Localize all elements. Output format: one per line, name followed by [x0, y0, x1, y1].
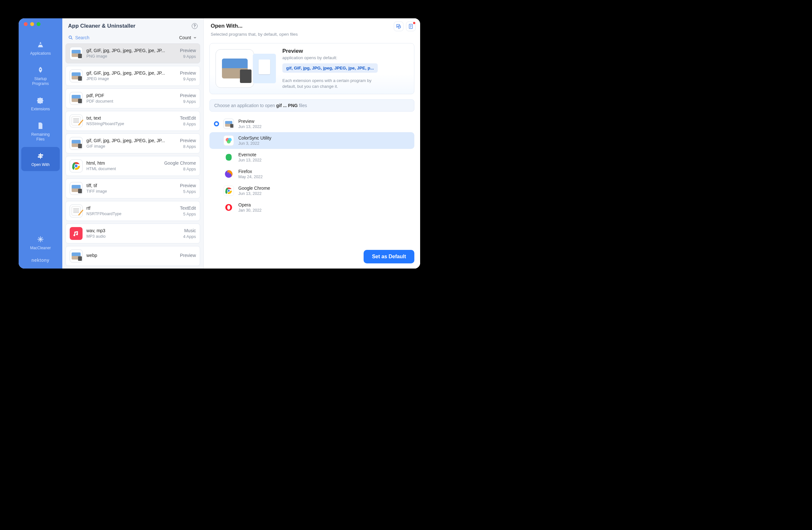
sidebar-item-remaining-files[interactable]: Remaining Files: [21, 117, 60, 146]
chat-icon: [396, 24, 402, 29]
firefox-icon: [223, 169, 234, 179]
app-count-label: 9 Apps: [180, 99, 196, 104]
app-name: Opera: [238, 202, 261, 207]
set-default-button[interactable]: Set as Default: [364, 250, 414, 263]
detail-header: Open With... Selected programs that, by …: [204, 18, 420, 39]
extensions-pill: gif, GIF, jpg, JPG, jpeg, JPEG, jpe, JPE…: [282, 64, 378, 73]
notification-dot: [413, 22, 415, 24]
preview-icon: [70, 250, 83, 262]
default-app-label: TextEdit: [180, 115, 196, 121]
card-subtitle: NSRTFPboardType: [86, 212, 173, 216]
card-right: Preview9 Apps: [180, 93, 196, 104]
card-right: Music4 Apps: [183, 228, 196, 239]
search-input[interactable]: [75, 35, 140, 40]
app-row[interactable]: ColorSync UtilityJun 3, 2022: [209, 132, 414, 149]
default-app-label: Preview: [180, 70, 196, 75]
app-window: Applications Startup Programs Extensions…: [19, 18, 420, 268]
card-right: Google Chrome8 Apps: [164, 161, 196, 171]
app-row[interactable]: EvernoteJun 13, 2022: [209, 149, 414, 166]
news-button[interactable]: [406, 22, 416, 31]
file-type-card[interactable]: gif, GIF, jpg, JPG, jpeg, JPEG, jpe, JP.…: [66, 43, 200, 64]
file-type-card[interactable]: rtfNSRTFPboardTypeTextEdit5 Apps: [66, 201, 200, 221]
maximize-window-button[interactable]: [37, 22, 41, 26]
search-icon: [68, 35, 73, 40]
sort-dropdown[interactable]: Count: [179, 35, 197, 40]
file-type-card[interactable]: webpPreview: [66, 246, 200, 266]
choose-prefix: Choose an application to open: [214, 103, 276, 108]
app-name: Firefox: [238, 169, 263, 174]
rocket-icon: [36, 66, 45, 74]
card-subtitle: PDF document: [86, 99, 173, 103]
document-icon: [408, 24, 414, 29]
sidebar-item-maccleaner[interactable]: MacCleaner: [29, 232, 52, 253]
file-type-card[interactable]: gif, GIF, jpg, JPG, jpeg, JPEG, jpe, JP.…: [66, 66, 200, 86]
file-type-list[interactable]: gif, GIF, jpg, JPG, jpeg, JPEG, jpe, JP.…: [62, 42, 203, 268]
card-main: gif, GIF, jpg, JPG, jpeg, JPEG, jpe, JP.…: [86, 138, 173, 149]
preview-icon: [70, 92, 83, 105]
app-date: May 24, 2022: [238, 175, 263, 179]
file-type-card[interactable]: gif, GIF, jpg, JPG, jpeg, JPEG, jpe, JP.…: [66, 134, 200, 153]
chat-button[interactable]: [394, 22, 403, 31]
search-field[interactable]: [68, 35, 140, 40]
file-type-card[interactable]: pdf, PDFPDF documentPreview9 Apps: [66, 88, 200, 108]
application-list[interactable]: PreviewJun 13, 2022ColorSync UtilityJun …: [204, 114, 419, 247]
card-right: Preview: [180, 253, 196, 259]
sort-label: Count: [179, 35, 191, 40]
card-right: TextEdit8 Apps: [180, 115, 196, 126]
sidebar-label: Open With: [31, 163, 50, 167]
card-main: tiff, tifTIFF image: [86, 183, 173, 194]
row-main: ColorSync UtilityJun 3, 2022: [238, 135, 272, 146]
app-name: ColorSync Utility: [238, 135, 272, 141]
sidebar-item-open-with[interactable]: Open With: [21, 147, 60, 171]
card-title: txt, text: [86, 115, 173, 121]
app-count-label: 4 Apps: [183, 234, 196, 239]
sidebar-label: Extensions: [31, 107, 50, 112]
file-type-card[interactable]: txt, textNSStringPboardTypeTextEdit8 App…: [66, 111, 200, 131]
card-right: Preview8 Apps: [180, 138, 196, 149]
detail-footer: Set as Default: [204, 247, 420, 268]
app-count-label: 8 Apps: [164, 167, 196, 171]
app-row[interactable]: OperaJan 30, 2022: [209, 199, 414, 216]
file-type-card[interactable]: html, htmHTML documentGoogle Chrome8 App…: [66, 156, 200, 176]
card-title: gif, GIF, jpg, JPG, jpeg, JPEG, jpe, JP.…: [86, 138, 173, 143]
opera-icon: [223, 202, 234, 212]
sidebar-item-applications[interactable]: Applications: [21, 36, 60, 60]
sidebar-item-startup-programs[interactable]: Startup Programs: [21, 61, 60, 90]
minimize-window-button[interactable]: [30, 22, 34, 26]
svg-point-14: [228, 190, 230, 192]
radio-selected[interactable]: [214, 121, 219, 126]
sidebar: Applications Startup Programs Extensions…: [19, 18, 62, 268]
default-app-label: Preview: [180, 138, 196, 143]
help-button[interactable]: ?: [192, 23, 198, 29]
card-title: html, htm: [86, 161, 158, 166]
card-title: rtf: [86, 206, 173, 211]
card-main: gif, GIF, jpg, JPG, jpeg, JPEG, jpe, JP.…: [86, 70, 173, 81]
card-main: webp: [86, 253, 173, 259]
app-row[interactable]: FirefoxMay 24, 2022: [209, 166, 414, 182]
info-app-name: Preview: [282, 48, 408, 54]
card-main: rtfNSRTFPboardType: [86, 206, 173, 216]
evernote-icon: [223, 152, 234, 163]
sidebar-item-extensions[interactable]: Extensions: [21, 91, 60, 115]
card-right: Preview9 Apps: [180, 48, 196, 59]
card-title: tiff, tif: [86, 183, 173, 188]
close-window-button[interactable]: [24, 22, 28, 26]
svg-point-0: [69, 36, 72, 38]
file-type-card[interactable]: wav, mp3MP3 audioMusic4 Apps: [66, 224, 200, 243]
app-name: Evernote: [238, 152, 261, 157]
file-type-card[interactable]: tiff, tifTIFF imagePreview5 Apps: [66, 179, 200, 198]
app-row[interactable]: Google ChromeJun 13, 2022: [209, 182, 414, 199]
row-main: Google ChromeJun 13, 2022: [238, 185, 270, 196]
row-main: EvernoteJun 13, 2022: [238, 152, 261, 163]
row-main: FirefoxMay 24, 2022: [238, 169, 263, 179]
choose-bar: Choose an application to open gif ... PN…: [209, 99, 414, 112]
preview-icon: [70, 182, 83, 195]
app-date: Jun 13, 2022: [238, 124, 261, 129]
app-count-label: 8 Apps: [180, 122, 196, 126]
app-count-label: 5 Apps: [180, 212, 196, 217]
signpost-icon: [36, 152, 45, 161]
row-main: PreviewJun 13, 2022: [238, 119, 261, 129]
app-date: Jan 30, 2022: [238, 208, 261, 212]
app-row[interactable]: PreviewJun 13, 2022: [209, 115, 414, 132]
app-count-label: 9 Apps: [180, 76, 196, 81]
